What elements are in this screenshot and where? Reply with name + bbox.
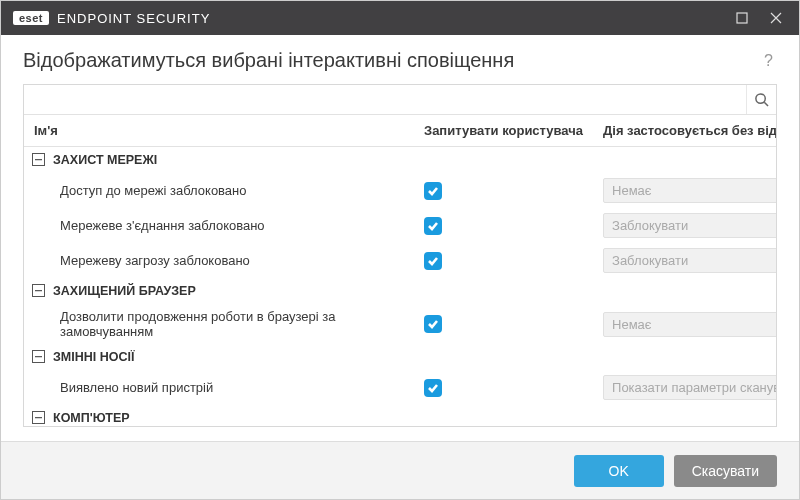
group-row[interactable]: КОМП'ЮТЕР	[24, 405, 776, 426]
minimize-icon	[736, 12, 748, 24]
table-scroll[interactable]: Ім'я Запитувати користувача Дія застосов…	[24, 115, 776, 426]
window-close-button[interactable]	[759, 1, 793, 35]
action-dropdown[interactable]: Заблокувати	[603, 213, 776, 238]
table-row: Доступ до мережі заблокованоНемає	[24, 173, 776, 208]
item-ask-cell	[414, 304, 593, 344]
collapse-icon[interactable]	[32, 153, 45, 166]
item-action-cell: Показати параметри сканування	[593, 370, 776, 405]
svg-rect-0	[737, 13, 747, 23]
help-icon: ?	[764, 52, 773, 69]
collapse-icon[interactable]	[32, 350, 45, 363]
item-name: Дозволити продовження роботи в браузері …	[24, 304, 414, 344]
search-icon	[754, 92, 769, 107]
check-icon	[427, 185, 439, 197]
ask-user-checkbox[interactable]	[424, 182, 442, 200]
item-name: Виявлено новий пристрій	[24, 370, 414, 405]
col-header-ask[interactable]: Запитувати користувача	[414, 115, 593, 147]
header: Відображатимуться вибрані інтерактивні с…	[1, 35, 799, 84]
group-label: ЗАХИСТ МЕРЕЖІ	[53, 153, 157, 167]
group-row[interactable]: ЗАХИЩЕНИЙ БРАУЗЕР	[24, 278, 776, 304]
group-row[interactable]: ЗМІННІ НОСІЇ	[24, 344, 776, 370]
settings-panel: Ім'я Запитувати користувача Дія застосов…	[23, 84, 777, 427]
svg-point-1	[756, 94, 765, 103]
table-row: Дозволити продовження роботи в браузері …	[24, 304, 776, 344]
product-name: ENDPOINT SECURITY	[57, 11, 210, 26]
titlebar: eset ENDPOINT SECURITY	[1, 1, 799, 35]
help-button[interactable]: ?	[760, 52, 777, 70]
action-dropdown[interactable]: Немає	[603, 178, 776, 203]
item-ask-cell	[414, 243, 593, 278]
ask-user-checkbox[interactable]	[424, 252, 442, 270]
check-icon	[427, 220, 439, 232]
check-icon	[427, 318, 439, 330]
col-header-name[interactable]: Ім'я	[24, 115, 414, 147]
ok-button[interactable]: OK	[574, 455, 664, 487]
close-icon	[770, 12, 782, 24]
collapse-icon[interactable]	[32, 411, 45, 424]
group-label: ЗМІННІ НОСІЇ	[53, 350, 134, 364]
ask-user-checkbox[interactable]	[424, 217, 442, 235]
item-name: Мережеве з'єднання заблоковано	[24, 208, 414, 243]
item-ask-cell	[414, 173, 593, 208]
col-header-action[interactable]: Дія застосовується без відображення	[593, 115, 776, 147]
item-ask-cell	[414, 370, 593, 405]
action-dropdown[interactable]: Заблокувати	[603, 248, 776, 273]
item-action-cell: Заблокувати	[593, 208, 776, 243]
item-action-cell: Немає	[593, 173, 776, 208]
item-name: Доступ до мережі заблоковано	[24, 173, 414, 208]
action-dropdown[interactable]: Немає	[603, 312, 776, 337]
action-dropdown[interactable]: Показати параметри сканування	[603, 375, 776, 400]
item-action-cell: Заблокувати	[593, 243, 776, 278]
table-header-row: Ім'я Запитувати користувача Дія застосов…	[24, 115, 776, 147]
cancel-button[interactable]: Скасувати	[674, 455, 777, 487]
item-action-cell: Немає	[593, 304, 776, 344]
item-ask-cell	[414, 208, 593, 243]
group-label: КОМП'ЮТЕР	[53, 411, 130, 425]
check-icon	[427, 382, 439, 394]
search-input[interactable]	[24, 85, 746, 114]
check-icon	[427, 255, 439, 267]
dialog-footer: OK Скасувати	[1, 441, 799, 499]
table-row: Мережеве з'єднання заблокованоЗаблокуват…	[24, 208, 776, 243]
search-row	[24, 85, 776, 115]
table-row: Виявлено новий пристрійПоказати параметр…	[24, 370, 776, 405]
item-name: Мережеву загрозу заблоковано	[24, 243, 414, 278]
brand-logo: eset	[13, 11, 49, 25]
search-button[interactable]	[746, 85, 776, 114]
window-minimize-button[interactable]	[725, 1, 759, 35]
page-title: Відображатимуться вибрані інтерактивні с…	[23, 49, 760, 72]
ask-user-checkbox[interactable]	[424, 379, 442, 397]
group-row[interactable]: ЗАХИСТ МЕРЕЖІ	[24, 147, 776, 174]
notifications-table: Ім'я Запитувати користувача Дія застосов…	[24, 115, 776, 426]
ask-user-checkbox[interactable]	[424, 315, 442, 333]
group-label: ЗАХИЩЕНИЙ БРАУЗЕР	[53, 284, 196, 298]
collapse-icon[interactable]	[32, 284, 45, 297]
table-row: Мережеву загрозу заблокованоЗаблокувати	[24, 243, 776, 278]
